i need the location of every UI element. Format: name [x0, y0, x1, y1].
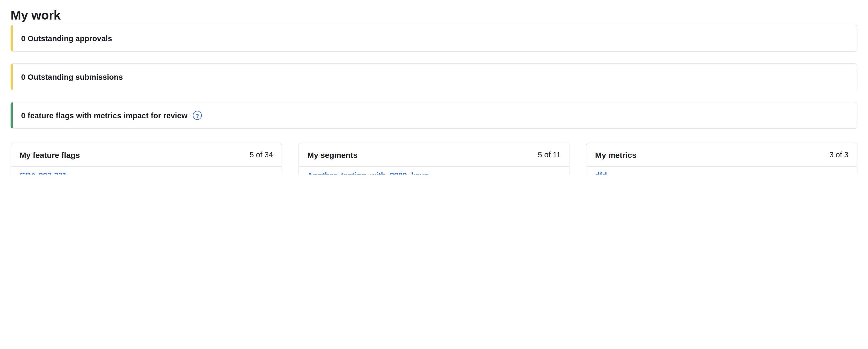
help-icon[interactable]: ?	[193, 111, 202, 120]
my-work-page: My work 0 Outstanding approvals 0 Outsta…	[0, 0, 868, 174]
list-item: dfd Traffic Type: user Tags: None	[587, 167, 857, 174]
banner-outstanding-approvals: 0 Outstanding approvals	[10, 25, 858, 52]
segment-link[interactable]: Another_testing_with_9900_keys	[307, 170, 428, 174]
list-item: Another_testing_with_9900_keys Traffic T…	[299, 167, 569, 174]
feature-flag-link[interactable]: CRA-002-221	[20, 170, 67, 174]
card-count: 3 of 3	[829, 151, 848, 159]
banner-text: 0 Outstanding approvals	[21, 34, 112, 42]
banner-outstanding-submissions: 0 Outstanding submissions	[10, 63, 858, 90]
card-count: 5 of 34	[250, 151, 273, 159]
card-header: My metrics 3 of 3	[587, 143, 857, 167]
page-content: My work 0 Outstanding approvals 0 Outsta…	[0, 0, 868, 174]
card-header: My feature flags 5 of 34	[11, 143, 281, 167]
card-my-segments: My segments 5 of 11 Another_testing_with…	[298, 142, 569, 174]
card-title: My segments	[307, 150, 358, 159]
banner-list: 0 Outstanding approvals 0 Outstanding su…	[10, 25, 858, 129]
banner-flags-metrics-impact: 0 feature flags with metrics impact for …	[10, 102, 858, 129]
column-metrics: My metrics 3 of 3 dfd Traffic Type: user…	[586, 142, 858, 174]
metric-link[interactable]: dfd	[595, 170, 607, 174]
card-title: My feature flags	[20, 150, 80, 159]
column-feature-flags: My feature flags 5 of 34 CRA-002-221 Tra…	[10, 142, 282, 174]
card-my-metrics: My metrics 3 of 3 dfd Traffic Type: user…	[586, 142, 858, 174]
card-header: My segments 5 of 11	[299, 143, 569, 167]
page-title: My work	[10, 7, 858, 24]
banner-text: 0 feature flags with metrics impact for …	[21, 111, 188, 120]
cards-row: My feature flags 5 of 34 CRA-002-221 Tra…	[10, 142, 858, 174]
card-title: My metrics	[595, 150, 637, 159]
column-segments: My segments 5 of 11 Another_testing_with…	[298, 142, 569, 174]
card-my-feature-flags: My feature flags 5 of 34 CRA-002-221 Tra…	[10, 142, 282, 174]
list-item: CRA-002-221 Traffic Type: user Tags: Non…	[11, 167, 281, 174]
card-count: 5 of 11	[538, 151, 561, 159]
banner-text: 0 Outstanding submissions	[21, 73, 123, 81]
